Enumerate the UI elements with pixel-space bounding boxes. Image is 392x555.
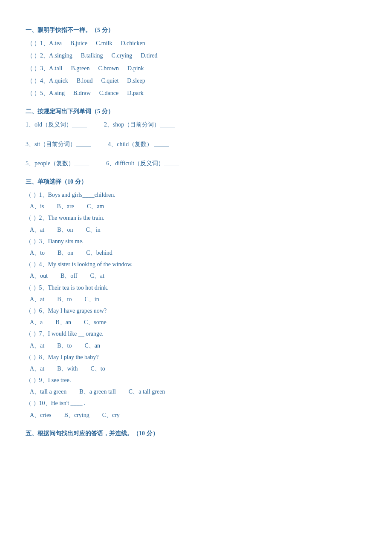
mc-q10-opts: A、cries B、crying C、cry (30, 410, 366, 420)
blank-row-3: 5、people（复数）_____ 6、difficult（反义词）_____ (26, 158, 366, 169)
mc-q3-paren: （ (26, 238, 33, 244)
mc-q2-text: （ ）2、The woman is the train. (26, 213, 366, 223)
mc-q9-opt-c: C、a tall green (129, 386, 165, 397)
q3-opt-d: D.pink (127, 63, 144, 74)
q1-opt-d: D.chicken (121, 38, 145, 49)
mc-q6-opt-b: B、an (55, 317, 71, 328)
q5-options: A.sing B.draw C.dance D.park (49, 88, 144, 98)
mc-q3-text: （ ）3、Danny sits me. (26, 236, 366, 247)
section5-title: 五、根据问句找出对应的答语，并连线。（10 分） (26, 428, 366, 439)
blank5: 5、people（复数）_____ (26, 158, 89, 169)
section2: 二、按规定写出下列单词（5 分） 1、old（反义词）_____ 2、shop（… (26, 106, 366, 169)
mc-q4-label: ）4、My sister is looking of the window. (33, 261, 133, 267)
mc-q5-opt-b: B、to (57, 294, 72, 305)
mc-q1-opt-a: A、is (30, 201, 44, 212)
q4-row: （ ）4、 A.quick B.loud C.quiet D.sleep (26, 75, 366, 86)
mc-q4-text: （ ）4、My sister is looking of the window. (26, 259, 366, 270)
mc-q1-label: ）1、Boys and girls____children. (33, 192, 115, 198)
mc-q1-text: （ ）1、Boys and girls____children. (26, 190, 366, 200)
q4-opt-b: B.loud (77, 75, 93, 86)
q2-opt-a: A.singing (49, 50, 72, 61)
mc-q6-opts: A、a B、an C、some (30, 317, 366, 328)
mc-q2-opt-a: A、at (30, 224, 44, 235)
q5-opt-c: C.dance (99, 88, 118, 98)
mc-q3-opt-b: B、on (58, 247, 73, 258)
q3-paren: （ (26, 63, 34, 74)
mc-q9-paren: （ (26, 377, 33, 383)
q5-num: ）5、 (34, 88, 49, 98)
section5: 五、根据问句找出对应的答语，并连线。（10 分） (26, 428, 366, 439)
q2-paren: （ (26, 50, 34, 61)
mc-q7-opts: A、at B、to C、an (30, 340, 366, 351)
mc-q8-paren: （ (26, 354, 33, 360)
mc-q4-opt-c: C、at (90, 270, 104, 281)
mc-q6-opt-c: C、some (84, 317, 107, 328)
mc-q9: （ ）9、I see tree. A、tall a green B、a gree… (26, 375, 366, 397)
q1-options: A.tea B.juice C.milk D.chicken (49, 38, 145, 49)
mc-q7-text: （ ）7、I would like __ orange. (26, 328, 366, 339)
mc-q5-label: ）5、Their tea is too hot drink. (33, 285, 109, 291)
mc-q2: （ ）2、The woman is the train. A、at B、on C… (26, 213, 366, 235)
mc-q8-opt-a: A、at (30, 363, 44, 374)
mc-q7: （ ）7、I would like __ orange. A、at B、to C… (26, 328, 366, 351)
mc-q7-opt-b: B、to (57, 340, 72, 351)
mc-q4-paren: （ (26, 261, 33, 267)
mc-q2-label: ）2、The woman is the train. (33, 215, 105, 221)
q2-opt-c: C.crying (112, 50, 133, 61)
mc-q6: （ ）6、May I have grapes now? A、a B、an C、s… (26, 305, 366, 328)
mc-q8-label: ）8、May I play the baby? (33, 354, 99, 360)
mc-q6-opt-a: A、a (30, 317, 43, 328)
mc-q8-opt-b: B、with (57, 363, 78, 374)
q2-options: A.singing B.talking C.crying D.tired (49, 50, 157, 61)
mc-q2-opt-c: C、in (86, 224, 101, 235)
section3-title: 三、单项选择（10 分） (26, 176, 366, 187)
mc-q2-paren: （ (26, 215, 33, 221)
mc-q2-opt-b: B、on (57, 224, 73, 235)
mc-q6-text: （ ）6、May I have grapes now? (26, 305, 366, 316)
q1-paren: （ (26, 38, 34, 49)
mc-q10-opt-c: C、cry (102, 410, 120, 420)
q5-opt-a: A.sing (49, 88, 65, 98)
q3-row: （ ）3、 A.tall B.green C.brown D.pink (26, 63, 366, 74)
q1-num: ）1、 (34, 38, 49, 49)
q1-row: （ ）1、 A.tea B.juice C.milk D.chicken (26, 38, 366, 49)
mc-q5-text: （ ）5、Their tea is too hot drink. (26, 282, 366, 293)
mc-q3: （ ）3、Danny sits me. A、to B、on C、behind (26, 236, 366, 258)
q5-opt-b: B.draw (73, 88, 91, 98)
blank2: 2、shop（目前分词）_____ (104, 119, 175, 130)
mc-q2-opts: A、at B、on C、in (30, 224, 366, 235)
mc-q5-paren: （ (26, 285, 33, 291)
blank-row-2: 3、sit（目前分词）_____ 4、child（复数） _____ (26, 139, 366, 150)
q4-opt-a: A.quick (49, 75, 68, 86)
mc-q8-text: （ ）8、May I play the baby? (26, 352, 366, 362)
q5-paren: （ (26, 88, 34, 98)
mc-q1-opt-b: B、are (57, 201, 74, 212)
q4-paren: （ (26, 75, 34, 86)
mc-q5-opts: A、at B、to C、in (30, 294, 366, 305)
section1-title: 一、眼明手快指不一样。（5 分） (26, 25, 366, 35)
q3-opt-b: B.green (71, 63, 90, 74)
mc-q10-opt-b: B、crying (64, 410, 89, 420)
mc-q7-label: ）7、I would like __ orange. (33, 331, 104, 337)
q4-opt-c: C.quiet (101, 75, 118, 86)
q5-opt-d: D.park (127, 88, 144, 98)
mc-q7-opt-a: A、at (30, 340, 44, 351)
mc-q1-opts: A、is B、are C、am (30, 201, 366, 212)
mc-q8-opt-c: C、to (90, 363, 105, 374)
q1-opt-c: C.milk (96, 38, 112, 49)
section3: 三、单项选择（10 分） （ ）1、Boys and girls____chil… (26, 176, 366, 420)
blank1: 1、old（反义词）_____ (26, 119, 87, 130)
mc-q9-text: （ ）9、I see tree. (26, 375, 366, 385)
mc-q1-paren: （ (26, 192, 33, 198)
mc-q9-label: ）9、I see tree. (33, 377, 71, 383)
mc-q4-opt-b: B、off (61, 270, 77, 281)
mc-q9-opt-b: B、a green tall (79, 386, 116, 397)
mc-q5-opt-c: C、in (84, 294, 99, 305)
mc-q8: （ ）8、May I play the baby? A、at B、with C、… (26, 352, 366, 374)
mc-q10-paren: （ (26, 400, 33, 406)
mc-q4: （ ）4、My sister is looking of the window.… (26, 259, 366, 281)
mc-q3-label: ）3、Danny sits me. (33, 238, 84, 244)
q1-opt-a: A.tea (49, 38, 62, 49)
blank-row-1: 1、old（反义词）_____ 2、shop（目前分词）_____ (26, 119, 366, 130)
mc-q10: （ ）10、He isn't ____ . A、cries B、crying C… (26, 398, 366, 420)
